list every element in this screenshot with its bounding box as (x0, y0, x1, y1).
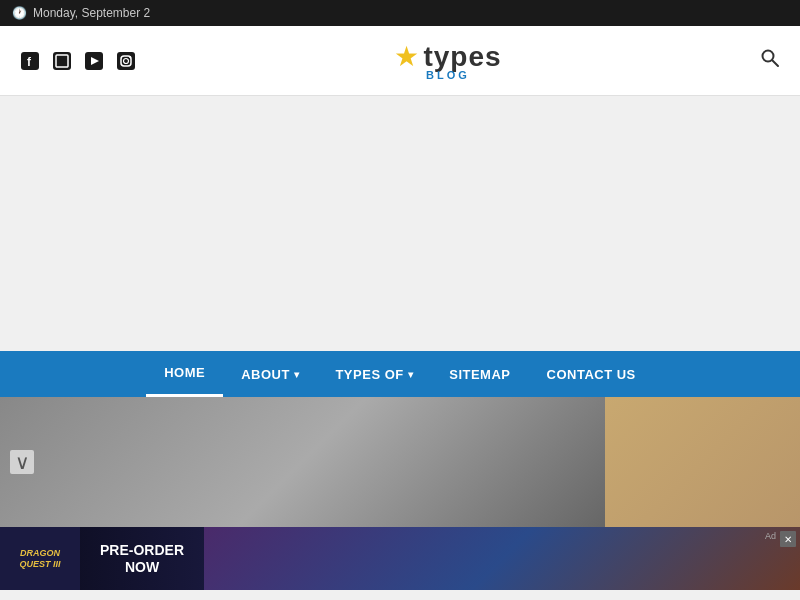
nav-label-home: HOME (164, 365, 205, 380)
logo-subtitle: BLOG (426, 69, 470, 81)
logo-star: ★ (394, 43, 419, 71)
social-icons: f (20, 51, 136, 71)
content-image-right (605, 397, 800, 527)
ad-label: Ad (765, 531, 776, 541)
nav-label-types-of: TYPES OF (335, 367, 403, 382)
facebook-icon[interactable]: f (20, 51, 40, 71)
nav-item-about[interactable]: ABOUT ▾ (223, 351, 317, 397)
nav-item-contact[interactable]: CONTACT US (529, 351, 654, 397)
youtube-icon[interactable] (84, 51, 104, 71)
nav-item-home[interactable]: HOME (146, 351, 223, 397)
svg-line-11 (773, 61, 779, 67)
nav-label-sitemap: SITEMAP (449, 367, 510, 382)
clock-icon: 🕐 (12, 6, 27, 20)
ad-game-logo: DRAGONQUEST III (0, 527, 80, 590)
navbar: HOME ABOUT ▾ TYPES OF ▾ SITEMAP CONTACT … (0, 351, 800, 397)
header: f ★ types BLOG (0, 26, 800, 96)
svg-rect-6 (117, 52, 135, 70)
nav-item-sitemap[interactable]: SITEMAP (431, 351, 528, 397)
ad-preorder: PRE-ORDERNOW (80, 542, 204, 576)
content-image-left (0, 397, 605, 527)
nav-label-contact: CONTACT US (547, 367, 636, 382)
nav-item-types-of[interactable]: TYPES OF ▾ (317, 351, 431, 397)
ad-close-button[interactable]: ✕ (780, 531, 796, 547)
content-right (605, 397, 800, 527)
ad-inner: DRAGONQUEST III PRE-ORDERNOW Ad ✕ (0, 527, 800, 590)
scroll-down-button[interactable]: ∨ (10, 450, 34, 474)
chevron-down-icon: ▾ (408, 369, 414, 380)
nav-label-about: ABOUT (241, 367, 290, 382)
date-text: Monday, September 2 (33, 6, 150, 20)
top-bar: 🕐 Monday, September 2 (0, 0, 800, 26)
tumblr-icon[interactable] (52, 51, 72, 71)
svg-point-9 (129, 56, 131, 58)
content-area: ∨ (0, 397, 800, 527)
site-logo[interactable]: ★ types BLOG (394, 41, 501, 81)
ad-game-art (204, 527, 800, 590)
instagram-icon[interactable] (116, 51, 136, 71)
ad-area (0, 96, 800, 351)
content-left: ∨ (0, 397, 605, 527)
ad-preorder-text: PRE-ORDERNOW (100, 542, 184, 576)
ad-game-title: DRAGONQUEST III (19, 548, 60, 570)
search-button[interactable] (760, 48, 780, 73)
bottom-ad-banner: DRAGONQUEST III PRE-ORDERNOW Ad ✕ (0, 527, 800, 590)
chevron-down-icon: ▾ (294, 369, 300, 380)
